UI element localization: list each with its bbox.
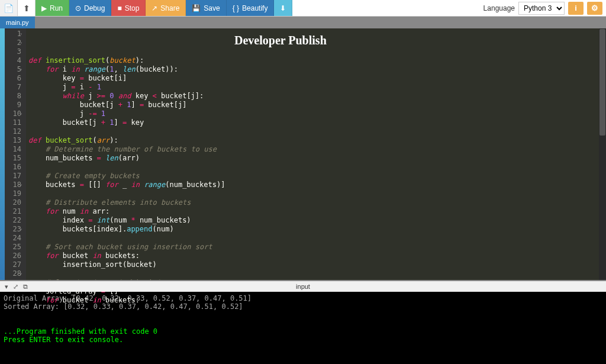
line-number: 26: [5, 252, 21, 260]
code-line: # Sort each bucket using insertion sort: [28, 243, 599, 252]
tab-bar: main.py: [0, 17, 606, 28]
stop-icon: ■: [117, 4, 121, 12]
code-line: insertion_sort(bucket): [28, 260, 599, 269]
code-line: # Distribute elements into buckets: [28, 198, 599, 207]
line-number: 14: [5, 145, 21, 154]
code-line: num_buckets = len(arr): [28, 154, 599, 163]
line-number: 12: [5, 127, 21, 136]
toolbar: 📄 ⬆ ▶Run ⊙Debug ■Stop ↗Share 💾Save { }Be…: [0, 0, 606, 17]
line-number: 2: [5, 38, 21, 47]
code-line: buckets[index].append(num): [28, 225, 599, 234]
tab-main[interactable]: main.py: [0, 17, 35, 28]
code-line: [28, 163, 599, 172]
line-number: 15: [5, 154, 21, 163]
save-label: Save: [204, 4, 220, 12]
beautify-button[interactable]: { }Beautify: [227, 0, 275, 16]
code-line: [28, 234, 599, 243]
code-line: while j >= 0 and key < bucket[j]:: [28, 92, 599, 101]
line-number: 22: [5, 216, 21, 225]
stop-button[interactable]: ■Stop: [111, 0, 146, 16]
toolbar-spacer: [292, 0, 483, 16]
editor: 1234567891011121314151617181920212223242…: [0, 28, 606, 280]
scrollbar-vertical[interactable]: [599, 28, 606, 280]
code-line: j = i - 1: [28, 83, 599, 92]
gutter: 1234567891011121314151617181920212223242…: [5, 28, 26, 280]
code-line: [28, 269, 599, 278]
share-label: Share: [160, 4, 179, 12]
copy-icon[interactable]: ⧉: [23, 283, 28, 291]
run-button[interactable]: ▶Run: [36, 0, 69, 16]
scrollbar-thumb[interactable]: [599, 29, 605, 136]
share-button[interactable]: ↗Share: [146, 0, 186, 16]
expand-icon[interactable]: ⤢: [13, 283, 18, 291]
watermark: Developer Publish: [234, 36, 327, 45]
code-line: def bucket_sort(arr):: [28, 136, 599, 145]
code-line: # Create empty buckets: [28, 172, 599, 181]
console-line: [4, 319, 602, 327]
line-number: 4: [5, 56, 21, 65]
code-line: [28, 127, 599, 136]
console-line: Press ENTER to exit console.: [4, 336, 602, 344]
line-number: 19: [5, 189, 21, 198]
upload-icon: ⬆: [23, 4, 30, 13]
save-icon: 💾: [192, 4, 201, 12]
debug-button[interactable]: ⊙Debug: [69, 0, 111, 16]
download-button[interactable]: ⬇: [274, 0, 292, 16]
info-button[interactable]: i: [568, 2, 584, 15]
code-line: bucket[j + 1] = key: [28, 118, 599, 127]
console-icons: ▾ ⤢ ⧉: [0, 283, 28, 291]
line-number: 18: [5, 181, 21, 189]
upload-button[interactable]: ⬆: [18, 0, 36, 16]
line-number: 13: [5, 136, 21, 145]
sidebar-strip: [0, 28, 5, 280]
play-icon: ▶: [41, 4, 47, 12]
stop-label: Stop: [125, 4, 140, 12]
code-line: for num in arr:: [28, 207, 599, 216]
line-number: 7: [5, 83, 21, 92]
code-area[interactable]: Developer Publish def insertion_sort(buc…: [26, 28, 599, 280]
line-number: 24: [5, 234, 21, 243]
line-number: 6: [5, 74, 21, 83]
bug-icon: ⊙: [75, 4, 81, 12]
new-file-button[interactable]: 📄: [0, 0, 18, 16]
line-number: 20: [5, 198, 21, 207]
line-number: 17: [5, 172, 21, 181]
code-line: index = int(num * num_buckets): [28, 216, 599, 225]
collapse-icon[interactable]: ▾: [5, 283, 8, 291]
line-number: 27: [5, 260, 21, 269]
run-label: Run: [50, 4, 63, 12]
settings-button[interactable]: ⚙: [587, 2, 602, 15]
download-icon: ⬇: [280, 4, 286, 12]
line-number: 3: [5, 47, 21, 56]
code-line: # Determine the number of buckets to use: [28, 145, 599, 154]
line-number: 1: [5, 30, 21, 38]
braces-icon: { }: [233, 4, 239, 12]
code-line: j -= 1: [28, 109, 599, 118]
info-icon: i: [575, 4, 577, 12]
save-button[interactable]: 💾Save: [186, 0, 226, 16]
line-number: 10: [5, 109, 21, 118]
language-select[interactable]: Python 3: [518, 2, 565, 15]
line-number: 9: [5, 101, 21, 109]
line-number: 16: [5, 163, 21, 172]
line-number: 11: [5, 118, 21, 127]
code-line: for i in range(1, len(bucket)):: [28, 65, 599, 74]
file-icon: 📄: [4, 4, 14, 13]
toolbar-right: Language Python 3 i ⚙: [483, 0, 606, 16]
language-label: Language: [483, 4, 515, 12]
line-number: 28: [5, 269, 21, 278]
debug-label: Debug: [84, 4, 105, 12]
code-line: key = bucket[i]: [28, 74, 599, 83]
line-number: 8: [5, 92, 21, 101]
code-line: buckets = [[] for _ in range(num_buckets…: [28, 181, 599, 189]
share-icon: ↗: [152, 4, 157, 12]
code-line: def insertion_sort(bucket):: [28, 56, 599, 65]
beautify-label: Beautify: [242, 4, 267, 12]
console-line: [4, 311, 602, 319]
code-line: [28, 189, 599, 198]
code-line: for bucket in buckets:: [28, 296, 599, 305]
console-label: input: [296, 283, 310, 290]
console-line: ...Program finished with exit code 0: [4, 327, 602, 336]
line-number: 25: [5, 243, 21, 252]
code-line: for bucket in buckets:: [28, 252, 599, 260]
